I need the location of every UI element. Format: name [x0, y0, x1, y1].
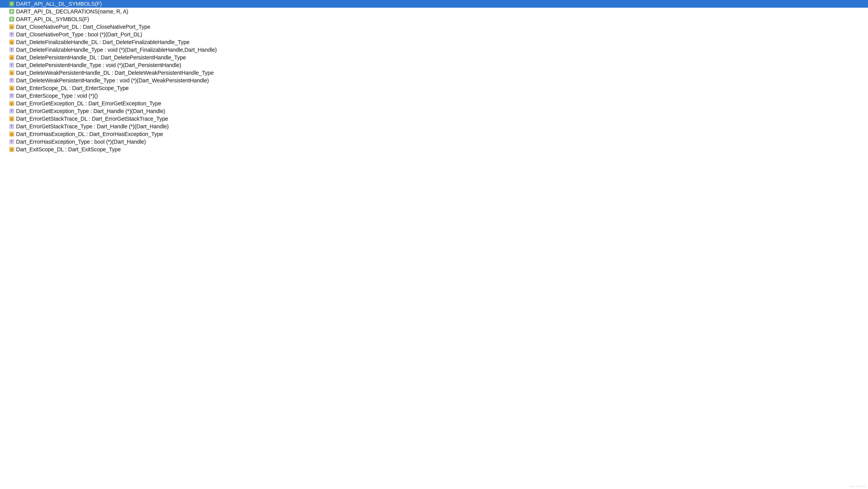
symbol-row[interactable]: gDart_EnterScope_DL : Dart_EnterScope_Ty…	[0, 84, 868, 92]
type-icon: T	[9, 47, 14, 52]
global-icon: g	[9, 132, 14, 137]
global-icon: g	[9, 86, 14, 91]
global-icon: g	[9, 70, 14, 75]
type-icon: T	[9, 63, 14, 67]
macro-icon: #	[9, 17, 14, 22]
symbol-row[interactable]: #DART_API_DL_DECLARATIONS(name, R, A)	[0, 8, 868, 15]
symbol-label: Dart_ErrorGetStackTrace_DL : Dart_ErrorG…	[16, 116, 168, 122]
symbol-row[interactable]: TDart_ErrorHasException_Type : bool (*)(…	[0, 138, 868, 146]
symbol-label: Dart_DeleteWeakPersistentHandle_DL : Dar…	[16, 70, 214, 76]
symbol-row[interactable]: gDart_DeletePersistentHandle_DL : Dart_D…	[0, 54, 868, 61]
symbol-label: DART_API_DL_SYMBOLS(F)	[16, 16, 89, 22]
symbol-label: Dart_DeletePersistentHandle_DL : Dart_De…	[16, 54, 186, 61]
symbol-label: Dart_ErrorGetException_DL : Dart_ErrorGe…	[16, 100, 161, 107]
symbol-row[interactable]: gDart_ErrorGetStackTrace_DL : Dart_Error…	[0, 115, 868, 122]
symbol-label: Dart_ErrorGetStackTrace_Type : Dart_Hand…	[16, 123, 168, 130]
type-icon: T	[9, 32, 14, 37]
symbol-row[interactable]: #DART_API_DL_SYMBOLS(F)	[0, 15, 868, 23]
symbol-label: Dart_ExitScope_DL : Dart_ExitScope_Type	[16, 146, 121, 153]
symbol-row[interactable]: TDart_CloseNativePort_Type : bool (*)(Da…	[0, 31, 868, 38]
global-icon: g	[9, 101, 14, 106]
type-icon: T	[9, 109, 14, 114]
macro-icon: #	[9, 1, 14, 6]
symbol-label: Dart_ErrorGetException_Type : Dart_Handl…	[16, 108, 165, 114]
symbol-row[interactable]: gDart_ExitScope_DL : Dart_ExitScope_Type	[0, 146, 868, 153]
symbol-row[interactable]: TDart_ErrorGetStackTrace_Type : Dart_Han…	[0, 122, 868, 130]
symbol-label: Dart_EnterScope_DL : Dart_EnterScope_Typ…	[16, 85, 129, 91]
symbol-row[interactable]: TDart_ErrorGetException_Type : Dart_Hand…	[0, 107, 868, 115]
symbol-row[interactable]: TDart_DeletePersistentHandle_Type : void…	[0, 61, 868, 69]
symbol-label: Dart_ErrorHasException_Type : bool (*)(D…	[16, 139, 146, 145]
symbol-label: Dart_DeleteFinalizableHandle_Type : void…	[16, 47, 217, 53]
symbol-row[interactable]: #DART_API_ALL_DL_SYMBOLS(F)	[0, 0, 868, 8]
global-icon: g	[9, 55, 14, 60]
symbol-list: #DART_API_ALL_DL_SYMBOLS(F)#DART_API_DL_…	[0, 0, 868, 153]
global-icon: g	[9, 24, 14, 29]
symbol-row[interactable]: gDart_ErrorHasException_DL : Dart_ErrorH…	[0, 130, 868, 138]
symbol-label: Dart_EnterScope_Type : void (*)()	[16, 93, 98, 99]
symbol-label: Dart_ErrorHasException_DL : Dart_ErrorHa…	[16, 131, 163, 137]
global-icon: g	[9, 40, 14, 45]
type-icon: T	[9, 93, 14, 98]
symbol-row[interactable]: gDart_CloseNativePort_DL : Dart_CloseNat…	[0, 23, 868, 31]
symbol-row[interactable]: TDart_EnterScope_Type : void (*)()	[0, 92, 868, 99]
symbol-label: Dart_DeletePersistentHandle_Type : void …	[16, 62, 181, 68]
symbol-row[interactable]: TDart_DeleteWeakPersistentHandle_Type : …	[0, 77, 868, 84]
macro-icon: #	[9, 9, 14, 14]
symbol-label: Dart_CloseNativePort_Type : bool (*)(Dar…	[16, 31, 142, 38]
symbol-row[interactable]: gDart_DeleteWeakPersistentHandle_DL : Da…	[0, 69, 868, 77]
type-icon: T	[9, 78, 14, 83]
symbol-label: DART_API_DL_DECLARATIONS(name, R, A)	[16, 8, 128, 15]
symbol-label: Dart_DeleteFinalizableHandle_DL : Dart_D…	[16, 39, 189, 46]
type-icon: T	[9, 139, 14, 144]
type-icon: T	[9, 124, 14, 129]
symbol-row[interactable]: TDart_DeleteFinalizableHandle_Type : voi…	[0, 46, 868, 54]
symbol-label: Dart_DeleteWeakPersistentHandle_Type : v…	[16, 77, 209, 84]
symbol-row[interactable]: gDart_ErrorGetException_DL : Dart_ErrorG…	[0, 99, 868, 107]
global-icon: g	[9, 116, 14, 121]
symbol-label: DART_API_ALL_DL_SYMBOLS(F)	[16, 1, 102, 7]
symbol-row[interactable]: gDart_DeleteFinalizableHandle_DL : Dart_…	[0, 38, 868, 46]
symbol-label: Dart_CloseNativePort_DL : Dart_CloseNati…	[16, 24, 150, 30]
global-icon: g	[9, 147, 14, 152]
